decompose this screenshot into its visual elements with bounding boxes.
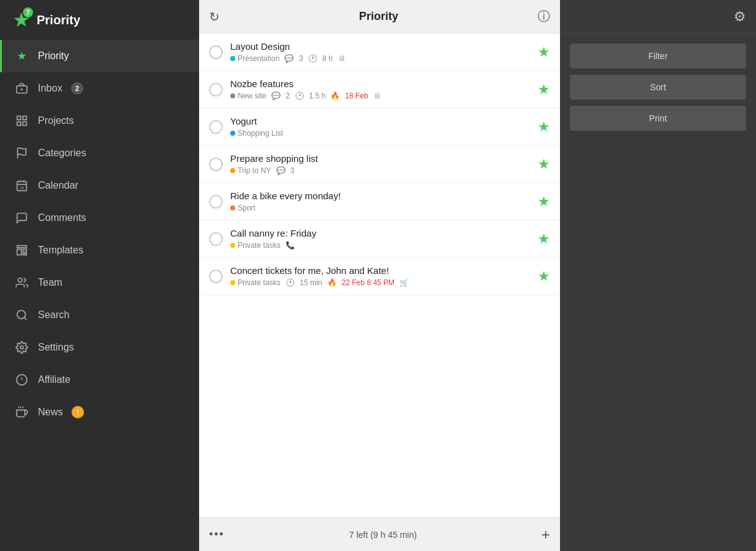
sidebar-item-affiliate[interactable]: Affiliate — [0, 364, 199, 396]
fire-icon: 🔥 — [330, 92, 340, 100]
task-content: Concert tickets for me, John and Kate! P… — [230, 265, 533, 287]
task-star[interactable]: ★ — [538, 82, 550, 98]
task-meta: Sport — [230, 204, 533, 212]
main-footer: ••• 7 left (9 h 45 min) + — [199, 517, 560, 551]
filter-button[interactable]: Filter — [570, 44, 746, 68]
search-icon — [14, 308, 29, 323]
task-project: Shopping List — [230, 129, 283, 138]
svg-line-19 — [24, 318, 27, 320]
sort-button[interactable]: Sort — [570, 75, 746, 100]
task-content: Layout Design Presentation 💬 3 🕐 8 h 🖥 — [230, 41, 533, 63]
cart-icon: 🛒 — [399, 278, 409, 287]
task-checkbox[interactable] — [209, 158, 223, 171]
info-icon[interactable]: ⓘ — [538, 8, 550, 25]
project-name: Presentation — [238, 54, 279, 63]
task-star[interactable]: ★ — [538, 231, 550, 247]
comments-icon — [14, 210, 29, 225]
project-dot — [230, 168, 235, 173]
comments-icon: 💬 — [284, 54, 294, 63]
svg-text:29: 29 — [20, 186, 24, 190]
templates-icon — [14, 243, 29, 258]
main-header-title: Priority — [359, 10, 398, 23]
sidebar-item-inbox[interactable]: Inbox 2 — [0, 72, 199, 105]
device-icon: 🖥 — [338, 54, 345, 63]
settings-icon — [14, 340, 29, 355]
comments-icon: 💬 — [276, 166, 286, 175]
sidebar-item-news[interactable]: News ! — [0, 396, 199, 428]
task-title: Concert tickets for me, John and Kate! — [230, 265, 533, 276]
sidebar-item-priority[interactable]: ★ Priority — [0, 40, 199, 72]
sidebar-item-categories[interactable]: Categories — [0, 137, 199, 169]
task-checkbox[interactable] — [209, 270, 223, 283]
task-title: Nozbe features — [230, 78, 533, 89]
footer-menu[interactable]: ••• — [209, 528, 225, 541]
comment-count: 3 — [291, 166, 295, 175]
project-dot — [230, 56, 235, 61]
sidebar-item-label: Settings — [38, 342, 74, 353]
sidebar-item-calendar[interactable]: 29 Calendar — [0, 169, 199, 202]
task-item[interactable]: Prepare shopping list Trip to NY 💬 3 ★ — [199, 146, 560, 183]
main-panel: ↻ Priority ⓘ Layout Design Presentation … — [199, 0, 560, 551]
print-button[interactable]: Print — [570, 106, 746, 131]
task-star[interactable]: ★ — [538, 119, 550, 135]
svg-point-17 — [18, 278, 22, 283]
svg-rect-13 — [17, 246, 27, 248]
team-icon — [14, 275, 29, 290]
sidebar-item-team[interactable]: Team — [0, 266, 199, 299]
task-title: Ride a bike every monday! — [230, 191, 533, 201]
sidebar-item-settings[interactable]: Settings — [0, 331, 199, 364]
task-star[interactable]: ★ — [538, 44, 550, 60]
device-icon: 🖥 — [373, 92, 381, 100]
task-item[interactable]: Ride a bike every monday! Sport ★ — [199, 183, 560, 220]
clock-icon: 🕐 — [308, 54, 317, 63]
sidebar-nav: ★ Priority Inbox 2 Projects Categories — [0, 40, 199, 551]
task-content: Yogurt Shopping List — [230, 116, 533, 138]
task-meta: Private tasks 📞 — [230, 241, 533, 250]
task-star[interactable]: ★ — [538, 268, 550, 285]
refresh-icon[interactable]: ↻ — [209, 9, 220, 24]
task-project: New site — [230, 92, 266, 100]
task-checkbox[interactable] — [209, 120, 223, 134]
svg-rect-3 — [17, 116, 21, 120]
project-dot — [230, 93, 235, 98]
overdue-date: 18 Feb — [345, 92, 368, 100]
task-meta: Shopping List — [230, 129, 533, 138]
task-project: Trip to NY — [230, 166, 271, 175]
logo-badge: 7 — [23, 7, 33, 17]
sidebar-item-templates[interactable]: Templates — [0, 234, 199, 266]
sidebar-item-projects[interactable]: Projects — [0, 105, 199, 137]
task-star[interactable]: ★ — [538, 156, 550, 172]
project-name: Private tasks — [238, 241, 281, 250]
task-item[interactable]: Layout Design Presentation 💬 3 🕐 8 h 🖥 ★ — [199, 34, 560, 71]
sidebar-item-comments[interactable]: Comments — [0, 202, 199, 234]
sidebar-item-search[interactable]: Search — [0, 299, 199, 331]
svg-rect-15 — [23, 249, 27, 252]
task-item[interactable]: Call nanny re: Friday Private tasks 📞 ★ — [199, 220, 560, 258]
task-project: Private tasks — [230, 241, 281, 250]
task-project: Sport — [230, 204, 256, 212]
task-checkbox[interactable] — [209, 195, 223, 209]
app-logo[interactable]: ★ 7 — [12, 10, 30, 30]
task-checkbox[interactable] — [209, 45, 223, 59]
time-value: 8 h — [322, 54, 333, 63]
project-name: Trip to NY — [238, 166, 271, 175]
task-checkbox[interactable] — [209, 83, 223, 97]
main-header: ↻ Priority ⓘ — [199, 0, 560, 34]
task-item[interactable]: Nozbe features New site 💬 2 🕐 1.5 h 🔥 18… — [199, 71, 560, 108]
task-item[interactable]: Yogurt Shopping List ★ — [199, 108, 560, 146]
overdue-date: 22 Feb 8:45 PM — [342, 278, 394, 287]
project-name: Private tasks — [238, 278, 281, 287]
sidebar-item-label: Inbox — [38, 83, 62, 94]
sidebar-item-label: Categories — [38, 148, 86, 159]
sidebar-item-label: Comments — [38, 212, 86, 224]
project-dot — [230, 243, 235, 248]
task-checkbox[interactable] — [209, 232, 223, 246]
affiliate-icon — [14, 372, 29, 387]
task-item[interactable]: Concert tickets for me, John and Kate! P… — [199, 258, 560, 295]
sidebar: ★ 7 Priority ★ Priority Inbox 2 Projects — [0, 0, 199, 551]
calendar-icon: 29 — [14, 178, 29, 193]
add-task-button[interactable]: + — [541, 526, 550, 544]
gear-icon[interactable]: ⚙ — [734, 9, 746, 25]
task-star[interactable]: ★ — [538, 194, 550, 210]
task-title: Prepare shopping list — [230, 153, 533, 164]
